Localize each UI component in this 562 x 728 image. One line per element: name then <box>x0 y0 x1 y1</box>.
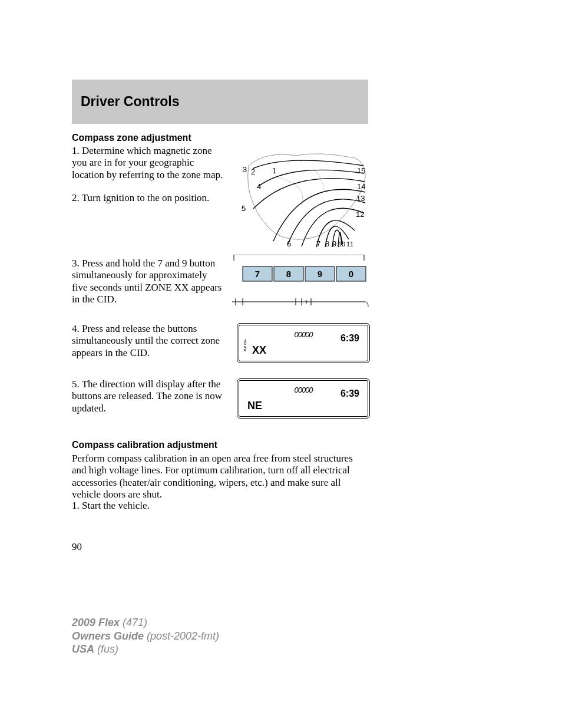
footer-line-3: USA (fus) <box>72 643 219 656</box>
key-0: 0 <box>336 266 366 281</box>
footer: 2009 Flex (471) Owners Guide (post-2002-… <box>72 616 219 656</box>
calib-intro-text: Perform compass calibration in an open a… <box>72 453 366 501</box>
zone-num-7: 7 <box>316 239 320 248</box>
zone-num-4: 4 <box>257 182 261 191</box>
zone-num-9: 9 <box>332 239 336 248</box>
step-5-text: 5. The direction will display after the … <box>72 378 225 414</box>
keypad-svg: 7 8 9 0 <box>231 255 370 309</box>
page-number: 90 <box>72 541 82 553</box>
zone-num-11: 11 <box>346 241 353 248</box>
zone-num-10: 10 <box>338 241 345 248</box>
zone-num-5: 5 <box>242 204 246 213</box>
cid-zone-display: 00000 6:39 ZONE XX <box>231 323 370 363</box>
zone-num-2: 2 <box>251 167 255 176</box>
cid-tally-icon: 00000 <box>294 330 312 339</box>
svg-text:9: 9 <box>318 269 322 279</box>
key-7: 7 <box>243 266 272 281</box>
step-3-text: 3. Press and hold the 7 and 9 button sim… <box>72 258 225 306</box>
cid-zone-value: XX <box>252 344 266 357</box>
key-8: 8 <box>274 266 303 281</box>
cid-zone-label: ZONE <box>244 339 246 352</box>
step-2-text: 2. Turn ignition to the on position. <box>72 192 225 204</box>
zone-num-13: 13 <box>356 194 365 203</box>
zone-num-14: 14 <box>357 182 365 191</box>
cid-direction-display: 00000 6:39 NE <box>231 378 370 419</box>
zone-num-15: 15 <box>357 166 365 175</box>
svg-text:8: 8 <box>286 269 291 279</box>
zone-map-figure: 1 2 3 4 5 6 7 8 9 10 11 12 13 14 15 <box>231 145 370 249</box>
cid-time: 6:39 <box>340 333 359 344</box>
zone-num-8: 8 <box>325 239 329 248</box>
footer-line-2: Owners Guide (post-2002-fmt) <box>72 630 219 643</box>
zone-num-3: 3 <box>243 165 247 174</box>
page: Driver Controls Compass zone adjustment … <box>0 0 562 728</box>
calib-step-1-text: 1. Start the vehicle. <box>72 500 366 512</box>
step-4-text: 4. Press and release the buttons simulta… <box>72 323 225 359</box>
svg-text:7: 7 <box>255 269 260 279</box>
keypad-figure: 7 8 9 0 <box>231 255 370 311</box>
page-title: Driver Controls <box>81 94 179 110</box>
heading-compass-calibration: Compass calibration adjustment <box>72 440 217 450</box>
footer-line-1: 2009 Flex (471) <box>72 616 219 630</box>
svg-text:0: 0 <box>349 269 353 279</box>
zone-num-1: 1 <box>272 166 276 175</box>
zone-map-svg: 1 2 3 4 5 6 7 8 9 10 11 12 13 14 15 <box>231 145 370 249</box>
cid-direction-value: NE <box>247 400 262 412</box>
zone-num-12: 12 <box>356 210 364 219</box>
cid-tally-icon: 00000 <box>294 386 312 394</box>
zone-num-6: 6 <box>287 239 291 248</box>
step-1-text: 1. Determine which magnetic zone you are… <box>72 145 225 181</box>
header-bar: Driver Controls <box>72 80 368 124</box>
cid-time: 6:39 <box>340 388 359 399</box>
heading-compass-zone: Compass zone adjustment <box>72 133 191 143</box>
key-9: 9 <box>305 266 335 281</box>
